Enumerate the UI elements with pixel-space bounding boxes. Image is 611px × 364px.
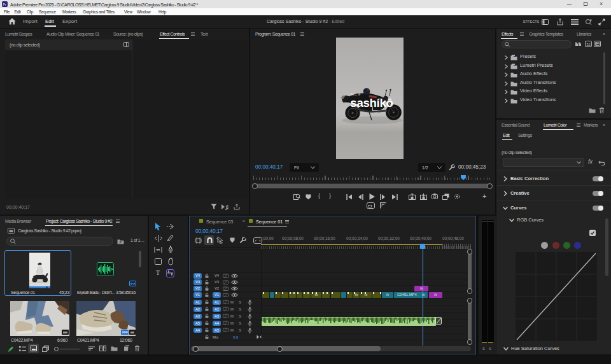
svg-text:32: 32 (586, 43, 591, 46)
